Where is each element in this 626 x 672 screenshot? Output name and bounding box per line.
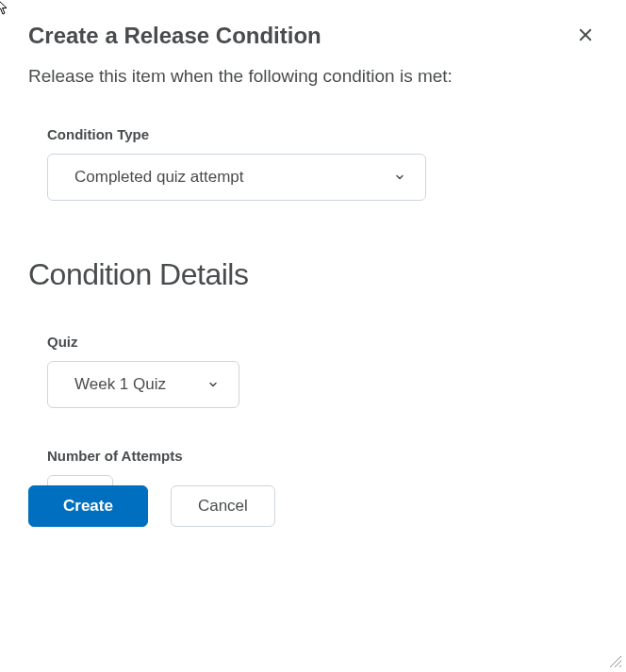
attempts-label: Number of Attempts — [47, 448, 598, 464]
create-release-condition-dialog: Create a Release Condition Release this … — [0, 0, 626, 549]
close-button[interactable] — [573, 23, 598, 47]
dialog-title: Create a Release Condition — [28, 23, 321, 49]
dialog-header: Create a Release Condition — [28, 23, 598, 49]
condition-details-heading: Condition Details — [28, 257, 598, 292]
quiz-group: Quiz Week 1 Quiz — [28, 334, 598, 408]
create-button[interactable]: Create — [28, 485, 148, 527]
resize-handle[interactable] — [607, 653, 622, 668]
intro-text: Release this item when the following con… — [28, 66, 598, 87]
svg-line-4 — [619, 665, 621, 667]
cancel-button[interactable]: Cancel — [171, 485, 275, 527]
quiz-label: Quiz — [47, 334, 598, 350]
svg-line-2 — [610, 656, 621, 667]
condition-type-select[interactable]: Completed quiz attempt — [47, 154, 426, 201]
condition-type-select-wrapper: Completed quiz attempt — [47, 154, 426, 201]
quiz-select[interactable]: Week 1 Quiz — [47, 361, 239, 408]
condition-type-group: Condition Type Completed quiz attempt — [28, 126, 598, 201]
quiz-value: Week 1 Quiz — [74, 373, 166, 396]
dialog-footer: Create Cancel — [28, 485, 275, 527]
condition-type-value: Completed quiz attempt — [74, 166, 244, 188]
condition-type-label: Condition Type — [47, 126, 598, 142]
quiz-select-wrapper: Week 1 Quiz — [47, 361, 239, 408]
